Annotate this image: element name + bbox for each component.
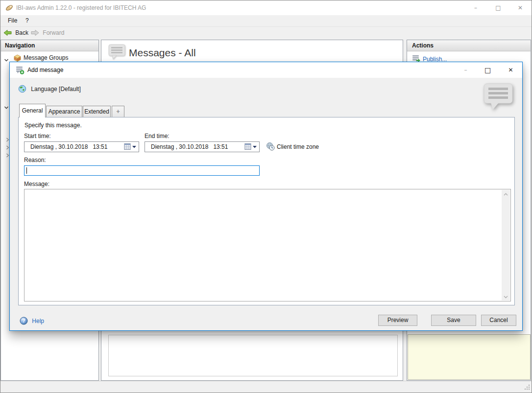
tab-label: Extended bbox=[84, 108, 109, 115]
app-icon bbox=[5, 4, 13, 13]
client-time-zone-icon bbox=[266, 142, 275, 152]
status-bar bbox=[0, 381, 532, 393]
toolbar: Back Forward bbox=[0, 26, 532, 39]
window-minimize-button[interactable]: – bbox=[464, 0, 487, 15]
start-time-label: Start time: bbox=[24, 133, 51, 139]
tab-extended[interactable]: Extended bbox=[83, 106, 111, 117]
page-title: Messages - All bbox=[129, 47, 196, 59]
start-time-picker[interactable]: Dienstag , 30.10.2018 13:51 bbox=[24, 141, 139, 152]
forward-label: Forward bbox=[43, 29, 64, 36]
window-maximize-button[interactable]: □ bbox=[487, 0, 509, 15]
tab-label: General bbox=[22, 107, 43, 114]
dialog-maximize-button[interactable]: □ bbox=[477, 62, 499, 78]
end-time-label: End time: bbox=[145, 133, 169, 139]
dialog-close-button[interactable]: ✕ bbox=[500, 62, 522, 78]
end-time-picker[interactable]: Dienstag , 30.10.2018 13:51 bbox=[145, 141, 260, 152]
end-time-value: Dienstag , 30.10.2018 13:51 bbox=[151, 142, 228, 152]
tab-add[interactable]: + bbox=[112, 106, 124, 117]
chevron-down-icon[interactable] bbox=[3, 55, 9, 65]
reason-label: Reason: bbox=[24, 157, 46, 163]
client-time-zone-label: Client time zone bbox=[277, 143, 319, 150]
group-caption: Specify this message. bbox=[24, 122, 82, 129]
add-message-icon bbox=[16, 66, 24, 76]
preview-button[interactable]: Preview bbox=[378, 315, 417, 326]
window-title: IBI-aws Admin 1.22.0 - registered for IB… bbox=[16, 0, 146, 15]
forward-button[interactable]: Forward bbox=[31, 27, 64, 39]
svg-text:?: ? bbox=[22, 318, 25, 324]
text-caret bbox=[26, 167, 27, 174]
message-textarea[interactable] bbox=[24, 189, 511, 301]
back-label: Back bbox=[15, 29, 28, 36]
message-list[interactable] bbox=[108, 335, 398, 376]
message-label: Message: bbox=[24, 181, 49, 187]
tab-general[interactable]: General bbox=[19, 104, 46, 117]
window-close-button[interactable]: ✕ bbox=[509, 0, 532, 15]
add-tab-icon: + bbox=[116, 108, 120, 115]
message-bubble-icon bbox=[483, 83, 514, 113]
calendar-dropdown-icon[interactable] bbox=[124, 143, 137, 151]
save-button[interactable]: Save bbox=[431, 315, 476, 326]
titlebar: IBI-aws Admin 1.22.0 - registered for IB… bbox=[0, 0, 532, 15]
actions-header: Actions bbox=[407, 40, 531, 51]
app-window: IBI-aws Admin 1.22.0 - registered for IB… bbox=[0, 0, 532, 393]
language-row: Language [Default] bbox=[18, 85, 81, 93]
chevron-down-icon[interactable] bbox=[3, 105, 9, 112]
tree-item-message-groups[interactable]: Message Groups bbox=[1, 53, 98, 63]
dialog-minimize-button[interactable]: – bbox=[455, 62, 477, 78]
menu-file[interactable]: File bbox=[4, 15, 21, 26]
tab-appearance[interactable]: Appearance bbox=[46, 106, 82, 117]
help-icon: ? bbox=[20, 318, 32, 324]
language-label: Language [Default] bbox=[31, 86, 80, 92]
forward-icon bbox=[31, 29, 43, 36]
language-globe-icon bbox=[18, 86, 31, 92]
scroll-up-icon[interactable] bbox=[502, 190, 510, 198]
tree-item-label: Message Groups bbox=[24, 53, 68, 63]
vertical-scrollbar[interactable] bbox=[502, 190, 510, 301]
add-message-dialog: Add message – □ ✕ Language [Default] bbox=[9, 62, 523, 331]
start-time-value: Dienstag , 30.10.2018 13:51 bbox=[30, 142, 107, 152]
menubar: File ? bbox=[0, 15, 532, 26]
cancel-button[interactable]: Cancel bbox=[481, 315, 516, 326]
menu-help[interactable]: ? bbox=[22, 15, 32, 26]
notes-area bbox=[408, 334, 531, 380]
calendar-dropdown-icon[interactable] bbox=[244, 143, 257, 151]
dialog-titlebar: Add message – □ ✕ bbox=[10, 62, 522, 78]
reason-input[interactable] bbox=[24, 165, 260, 176]
messages-header-icon bbox=[108, 44, 126, 62]
scroll-down-icon[interactable] bbox=[502, 292, 510, 301]
tab-label: Appearance bbox=[48, 108, 80, 115]
navigation-header: Navigation bbox=[1, 40, 98, 51]
back-icon bbox=[3, 29, 15, 36]
dialog-title: Add message bbox=[27, 62, 63, 78]
help-label: Help bbox=[32, 318, 44, 324]
back-button[interactable]: Back bbox=[3, 27, 28, 39]
help-link[interactable]: ? Help bbox=[20, 317, 44, 325]
resize-grip[interactable] bbox=[524, 384, 530, 392]
general-tab-page: Specify this message. Start time: Dienst… bbox=[18, 117, 515, 305]
